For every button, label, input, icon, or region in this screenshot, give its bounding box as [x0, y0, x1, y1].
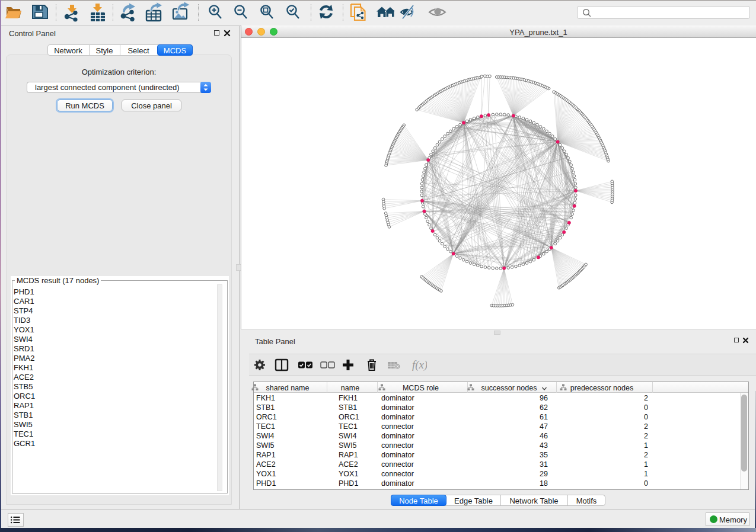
svg-text:f(x): f(x)	[412, 358, 427, 371]
